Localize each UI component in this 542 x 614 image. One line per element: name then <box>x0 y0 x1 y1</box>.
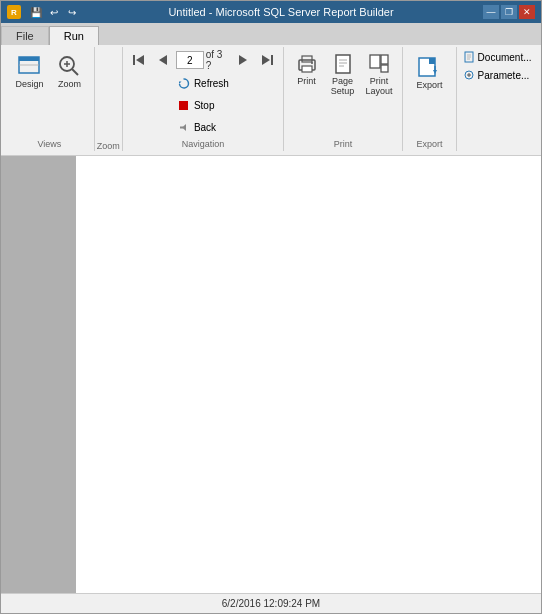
minimize-button[interactable]: — <box>483 5 499 19</box>
design-button[interactable]: Design <box>10 49 48 93</box>
print-group-items: Print PageSetup <box>290 49 397 137</box>
page-number-input[interactable] <box>176 51 204 69</box>
redo-quick-btn[interactable]: ↪ <box>65 5 79 19</box>
export-button[interactable]: Export <box>408 49 450 93</box>
title-bar-left: R 💾 ↩ ↪ <box>7 5 79 19</box>
parameters-icon <box>463 69 475 81</box>
print-group-label: Print <box>334 139 353 149</box>
window-title: Untitled - Microsoft SQL Server Report B… <box>79 6 483 18</box>
title-bar: R 💾 ↩ ↪ Untitled - Microsoft SQL Server … <box>1 1 541 23</box>
undo-quick-btn[interactable]: ↩ <box>47 5 61 19</box>
content-area <box>1 156 541 593</box>
run-controls: Refresh Stop <box>172 73 234 137</box>
export-group-label: Export <box>416 139 442 149</box>
design-icon <box>15 52 43 80</box>
tab-bar: File Run <box>1 23 541 45</box>
export-icon <box>414 51 444 81</box>
print-icon <box>294 51 320 77</box>
navigation-group-label: Navigation <box>182 139 225 149</box>
close-button[interactable]: ✕ <box>519 5 535 19</box>
views-group-label: Views <box>37 139 61 149</box>
back-icon <box>177 120 191 134</box>
save-quick-btn[interactable]: 💾 <box>29 5 43 19</box>
print-layout-label: PrintLayout <box>366 77 393 97</box>
views-group: Design Zoom <box>5 47 95 151</box>
print-group: Print PageSetup <box>284 47 402 151</box>
views-group-items: Design Zoom <box>10 49 88 137</box>
main-content <box>76 156 541 593</box>
export-label: Export <box>416 81 442 91</box>
svg-line-4 <box>72 69 78 75</box>
zoom-icon <box>55 52 83 80</box>
quick-access-toolbar: 💾 ↩ ↪ <box>29 5 79 19</box>
stop-label: Stop <box>194 100 215 111</box>
export-group: Export Export <box>403 47 457 151</box>
print-button[interactable]: Print <box>290 49 324 89</box>
svg-rect-18 <box>302 56 312 62</box>
tab-file[interactable]: File <box>1 26 49 45</box>
first-button[interactable] <box>129 49 151 71</box>
page-setup-label: PageSetup <box>331 77 355 97</box>
datetime-label: 6/2/2016 12:09:24 PM <box>222 598 320 609</box>
ribbon: Design Zoom <box>1 45 541 156</box>
export-group-items: Export <box>408 49 450 137</box>
svg-rect-30 <box>429 58 435 64</box>
svg-rect-25 <box>370 55 380 68</box>
parameters-button[interactable]: Paramete... <box>463 67 532 83</box>
svg-rect-11 <box>271 55 273 65</box>
svg-rect-1 <box>19 57 39 61</box>
zoom-button[interactable]: Zoom <box>50 49 88 93</box>
navigation-group: of 3 ? <box>123 47 285 151</box>
previous-button[interactable] <box>152 49 174 71</box>
svg-rect-27 <box>381 65 388 72</box>
status-bar: 6/2/2016 12:09:24 PM <box>1 593 541 613</box>
page-setup-button[interactable]: PageSetup <box>326 49 360 99</box>
page-setup-icon <box>330 51 356 77</box>
svg-marker-13 <box>179 81 182 84</box>
zoom-label: Zoom <box>58 80 81 90</box>
svg-marker-12 <box>262 55 270 65</box>
svg-point-20 <box>311 62 313 64</box>
svg-marker-10 <box>239 55 247 65</box>
print-label: Print <box>297 77 316 87</box>
nav-top: of 3 ? <box>129 49 278 71</box>
svg-rect-26 <box>381 55 388 64</box>
zoom-group: Zoom <box>95 47 123 151</box>
svg-rect-21 <box>336 55 350 73</box>
refresh-button[interactable]: Refresh <box>172 73 234 93</box>
svg-rect-16 <box>180 126 183 128</box>
app-icon: R <box>7 5 21 19</box>
document-button[interactable]: Document... <box>463 49 532 65</box>
svg-rect-14 <box>179 101 188 110</box>
back-button[interactable]: Back <box>172 117 234 137</box>
svg-marker-9 <box>159 55 167 65</box>
document-label: Document... <box>478 52 532 63</box>
refresh-label: Refresh <box>194 78 229 89</box>
stop-button[interactable]: Stop <box>172 95 234 115</box>
options-group: Document... Paramete... Options <box>457 47 537 151</box>
svg-rect-7 <box>133 55 135 65</box>
restore-button[interactable]: ❐ <box>501 5 517 19</box>
document-icon <box>463 51 475 63</box>
left-panel <box>1 156 76 593</box>
zoom-group-label: Zoom <box>97 141 120 151</box>
stop-icon <box>177 98 191 112</box>
next-button[interactable] <box>232 49 254 71</box>
svg-marker-8 <box>136 55 144 65</box>
options-group-items: Document... Paramete... <box>463 49 532 137</box>
refresh-icon <box>177 76 191 90</box>
back-label: Back <box>194 122 216 133</box>
print-layout-icon <box>366 51 392 77</box>
parameters-label: Paramete... <box>478 70 530 81</box>
page-of-label: of 3 ? <box>206 49 231 71</box>
print-layout-button[interactable]: PrintLayout <box>362 49 397 99</box>
tab-run[interactable]: Run <box>49 26 99 45</box>
svg-rect-19 <box>302 66 312 72</box>
main-window: R 💾 ↩ ↪ Untitled - Microsoft SQL Server … <box>0 0 542 614</box>
last-button[interactable] <box>256 49 278 71</box>
ribbon-content: Design Zoom <box>5 47 537 151</box>
design-label: Design <box>15 80 43 90</box>
title-bar-controls: — ❐ ✕ <box>483 5 535 19</box>
